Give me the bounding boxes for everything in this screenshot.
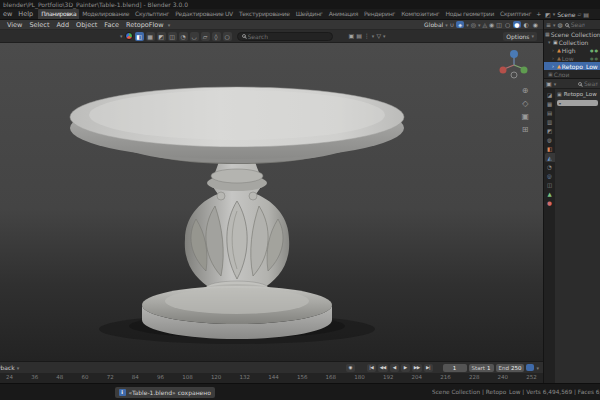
menu-select[interactable]: Select xyxy=(26,21,52,29)
tab-world[interactable]: ◍ xyxy=(545,135,555,144)
rf-tool-tweak[interactable]: ◊ xyxy=(212,32,221,41)
proportional-editing-icon[interactable]: ◎ xyxy=(471,21,476,29)
tab-object[interactable]: ◧ xyxy=(545,144,555,153)
visibility-icons[interactable]: ●● xyxy=(590,56,599,61)
outliner-row-high[interactable]: › ▲ High ●● xyxy=(544,46,600,54)
add-workspace-button[interactable]: + xyxy=(534,9,543,19)
outliner-filter-menu-icon[interactable]: ≡ xyxy=(546,21,551,29)
rf-tool-polypen[interactable]: ◔ xyxy=(179,32,188,41)
expander-icon[interactable]: › xyxy=(552,63,556,69)
menu-truncated[interactable]: ew xyxy=(0,10,15,18)
play-button[interactable]: ▶ xyxy=(401,364,410,372)
viewport-3d[interactable]: ⊕ ◇ ▣ ⊞ xyxy=(0,43,543,361)
chevron-down-icon[interactable]: ▾ xyxy=(120,33,123,39)
frame-end-field[interactable]: End 250 xyxy=(496,364,525,372)
menu-help[interactable]: Help xyxy=(15,10,36,18)
rf-search-input[interactable]: Search xyxy=(237,32,333,41)
tab-material[interactable]: ● xyxy=(545,198,555,207)
tab-output[interactable]: ▤ xyxy=(545,108,555,117)
navigation-gizmo[interactable] xyxy=(497,48,531,82)
shading-rendered-icon[interactable]: ◉ xyxy=(532,21,539,28)
snap-magnet-icon[interactable]: ∪ xyxy=(450,21,454,29)
menu-object[interactable]: Object xyxy=(73,21,100,29)
tab-modeling[interactable]: Моделирование xyxy=(79,9,132,19)
tab-scripting[interactable]: Скриптинг xyxy=(497,9,534,19)
properties-search-input[interactable]: Search xyxy=(584,80,598,87)
tab-compositing[interactable]: Композитинг xyxy=(398,9,442,19)
tab-view-layer[interactable]: ▥ xyxy=(545,117,555,126)
shading-material-icon[interactable]: ◐ xyxy=(523,21,530,28)
menu-face[interactable]: Face xyxy=(101,21,122,29)
add-modifier-button[interactable]: ▾ xyxy=(557,100,598,106)
tab-texture-paint[interactable]: Текстурирование xyxy=(236,9,293,19)
dots-menu-icon[interactable]: ⋮ xyxy=(364,32,370,40)
keying-popover-icon[interactable] xyxy=(526,364,534,371)
zoom-icon[interactable]: ⊕ xyxy=(522,87,529,95)
camera-view-icon[interactable]: ▣ xyxy=(521,113,529,121)
collection-checkbox-icon[interactable]: ▣ xyxy=(553,39,558,45)
playback-menu[interactable]: Playback ▾ xyxy=(0,364,19,371)
auto-key-button[interactable]: ◉ xyxy=(346,364,355,372)
outliner-row-low[interactable]: › ▲ Low ●● xyxy=(544,54,600,62)
retopoflow-logo-icon[interactable] xyxy=(125,32,133,40)
tab-constraints[interactable]: ◫ xyxy=(545,180,555,189)
edit-scene-icon[interactable]: ▱ xyxy=(577,11,581,17)
tab-tool[interactable]: ◪ xyxy=(545,90,555,99)
visibility-icons[interactable]: ●● xyxy=(590,48,599,53)
outliner-search-input[interactable]: Search xyxy=(571,21,585,28)
tab-object-data[interactable]: ▲ xyxy=(545,189,555,198)
tab-render[interactable]: ▦ xyxy=(545,99,555,108)
filter-funnel-icon[interactable]: ▽ xyxy=(376,32,381,40)
rf-tool-loops[interactable]: ▱ xyxy=(201,32,210,41)
tab-scene[interactable]: ◩ xyxy=(545,126,555,135)
outliner-row-retopo-low[interactable]: › ▲ Retopo_Low xyxy=(544,62,600,70)
timeline-ruler[interactable]: 2436 4860 7284 96108 120132 144156 16818… xyxy=(0,373,543,383)
tab-uv-editing[interactable]: Редактирование UV xyxy=(172,9,236,19)
ortho-toggle-icon[interactable]: ⊞ xyxy=(522,126,529,134)
outliner-display-mode-icon[interactable]: ◍ xyxy=(558,21,563,29)
outliner-row-collection[interactable]: ▾ ▣ Collection xyxy=(544,38,600,46)
tab-geometry-nodes[interactable]: Ноды геометрии xyxy=(442,9,497,19)
properties-editor-icon[interactable]: ▣ xyxy=(546,80,552,88)
menu-add[interactable]: Add xyxy=(54,21,73,29)
collection-checkbox-icon[interactable]: ▣ xyxy=(548,71,553,77)
tab-sculpting[interactable]: Скульптинг xyxy=(132,9,172,19)
current-frame-field[interactable]: 1 xyxy=(443,364,467,372)
tab-particles[interactable]: ◔ xyxy=(545,162,555,171)
shading-solid-icon[interactable]: ● xyxy=(513,21,520,28)
menu-view[interactable]: View xyxy=(4,21,25,29)
transform-orientation-dropdown[interactable]: Global xyxy=(424,21,443,28)
tab-modifiers[interactable]: ◭ xyxy=(545,153,555,162)
expander-icon[interactable]: ▾ xyxy=(548,39,552,45)
expander-icon[interactable]: › xyxy=(552,55,556,61)
menu-retopoflow[interactable]: RetopoFlow xyxy=(123,21,167,29)
xray-toggle-icon[interactable]: ◫ xyxy=(496,21,502,29)
outliner-row-sloi[interactable]: ▣ Слои xyxy=(544,70,600,78)
snap-target-icon[interactable]: ◈ xyxy=(456,21,464,28)
options-button[interactable]: Options ▾ xyxy=(503,32,537,41)
expander-icon[interactable]: › xyxy=(552,47,556,53)
pan-icon[interactable]: ◇ xyxy=(522,100,528,108)
scene-selector[interactable]: ◩ ▾ Scene ▱ ▤ xyxy=(543,11,600,18)
shading-wireframe-icon[interactable]: ○ xyxy=(504,21,511,28)
rf-tool-knife[interactable]: ◡ xyxy=(190,32,199,41)
tab-animation[interactable]: Анимация xyxy=(326,9,361,19)
jump-to-start-button[interactable]: |◀ xyxy=(367,364,376,372)
rf-tool-strokes[interactable]: ◩ xyxy=(157,32,166,41)
show-gizmo-icon[interactable]: ◬ xyxy=(482,21,487,29)
next-keyframe-button[interactable]: ▶▶ xyxy=(412,364,422,372)
play-reverse-button[interactable]: ◀ xyxy=(390,364,399,372)
rf-tool-polystrips[interactable]: ▦ xyxy=(146,32,155,41)
tab-physics[interactable]: ◎ xyxy=(545,171,555,180)
rf-tool-contours[interactable]: ◧ xyxy=(135,32,144,41)
rf-tool-relax[interactable]: ○ xyxy=(223,32,232,41)
outliner-row-scene-collection[interactable]: ▦ Scene Collection xyxy=(544,30,600,38)
tab-shading[interactable]: Шейдинг xyxy=(293,9,326,19)
overlays-icon[interactable]: ◉ xyxy=(489,21,494,29)
jump-to-end-button[interactable]: ▶| xyxy=(424,364,433,372)
tab-rendering[interactable]: Рендеринг xyxy=(361,9,398,19)
rf-tool-patches[interactable]: ◫ xyxy=(168,32,177,41)
visibility-icon[interactable]: ▣ xyxy=(349,32,355,40)
prev-keyframe-button[interactable]: ◀◀ xyxy=(378,364,388,372)
new-scene-icon[interactable]: ▤ xyxy=(583,11,589,18)
